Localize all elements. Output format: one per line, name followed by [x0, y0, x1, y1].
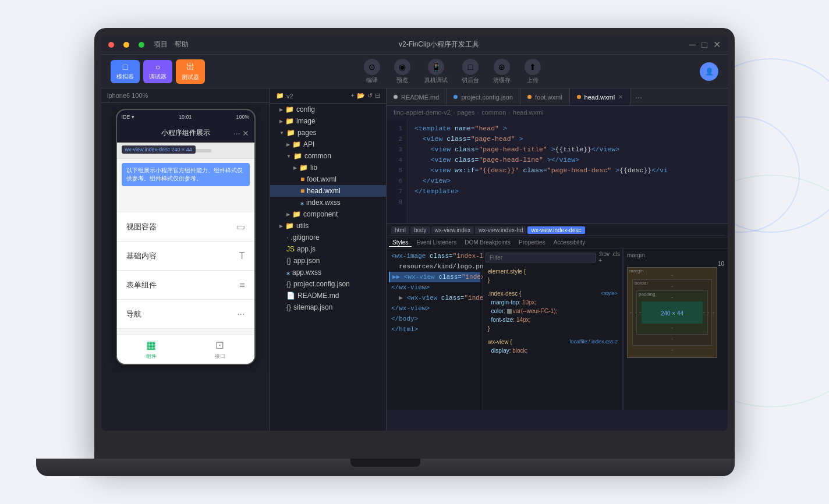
tab-readme[interactable]: README.md — [387, 88, 447, 105]
style-tab-properties[interactable]: Properties — [515, 239, 549, 247]
phone-menu-view-container[interactable]: 视图容器 ▭ — [117, 212, 254, 242]
tree-head-wxml[interactable]: ■ head.wxml — [270, 185, 386, 197]
styles-panel: :hov .cls + element.style { } — [483, 249, 623, 410]
code-line-8 — [414, 197, 721, 207]
tester-icon: 出 — [186, 62, 194, 72]
phone-menu-dots[interactable]: ··· ✕ — [233, 129, 250, 138]
breadcrumb-part-4: head.wxml — [513, 109, 544, 116]
tree-lib[interactable]: ▶ 📁 lib — [270, 162, 386, 173]
background-tool[interactable]: □ 切后台 — [462, 59, 479, 84]
html-tree: <wx-image class="index-logo" src="../res… — [389, 251, 480, 335]
debugger-icon: ○ — [155, 62, 160, 72]
tree-api[interactable]: ▶ 📁 API — [270, 139, 386, 150]
code-content[interactable]: <template name="head" > <view class="pag… — [408, 119, 728, 223]
tree-app-json[interactable]: {} app.json — [270, 255, 386, 267]
elem-tab-body[interactable]: body — [410, 226, 430, 234]
collapse-icon[interactable]: ⊟ — [375, 92, 380, 100]
phone-menu-nav[interactable]: 导航 ··· — [117, 300, 254, 329]
tester-button[interactable]: 出 测试器 — [176, 59, 205, 84]
preview-tool[interactable]: ◉ 预览 — [394, 59, 410, 84]
tree-config[interactable]: ▶ 📁 config — [270, 104, 386, 115]
style-tab-accessibility[interactable]: Accessibility — [550, 239, 589, 247]
tree-utils[interactable]: ▶ 📁 utils — [270, 220, 386, 232]
elem-tab-wx-view-index-desc[interactable]: wx-view.index-desc — [527, 226, 584, 234]
border-label: border — [635, 281, 648, 286]
phone-menu-form[interactable]: 表单组件 ≡ — [117, 271, 254, 300]
elem-tab-wx-view-index-hd[interactable]: wx-view.index-hd — [475, 226, 526, 234]
new-file-icon[interactable]: + — [351, 92, 355, 100]
breadcrumb-part-2: pages — [458, 109, 475, 116]
tree-foot-wxml[interactable]: ■ foot.wxml — [270, 173, 386, 185]
tree-index-wxss[interactable]: ⁎ index.wxss — [270, 197, 386, 208]
line-num-8: 8 — [387, 197, 407, 207]
device-label: iphone6 100% — [107, 92, 148, 99]
style-tab-event-listeners[interactable]: Event Listeners — [413, 239, 460, 247]
close-icon[interactable]: ✕ — [713, 39, 721, 50]
project-config-dot — [454, 95, 458, 99]
editor-area: README.md project.config.json foot.wxml — [387, 88, 728, 431]
html-line-desc-highlighted[interactable]: ▶▶ <wx-view class="index-desc" > 以下展示小程序… — [389, 272, 480, 282]
tree-common[interactable]: ▼ 📁 common — [270, 150, 386, 162]
foot-wxml-dot — [527, 95, 532, 99]
user-avatar[interactable]: 👤 — [700, 62, 718, 81]
tab-project-config[interactable]: project.config.json — [447, 88, 520, 105]
refresh-icon[interactable]: ↺ — [367, 92, 373, 100]
clear-cache-tool[interactable]: ⊕ 清缓存 — [493, 59, 511, 84]
breadcrumb-sep-3: › — [508, 109, 511, 116]
phone-tab-api[interactable]: ⊡ 接口 — [186, 335, 254, 364]
upload-label: 上传 — [527, 76, 539, 84]
style-filter-input[interactable] — [486, 253, 596, 262]
phone-tab-component[interactable]: ▦ 组件 — [117, 335, 186, 364]
maximize-button[interactable] — [139, 42, 144, 48]
code-editor[interactable]: 1 2 3 4 5 6 7 8 <template na — [387, 119, 728, 223]
simulator-panel: iphone6 100% IDE ▾ 10:01 100% 小程序组件展示 ·· — [101, 88, 270, 431]
simulator-button[interactable]: □ 模拟器 — [111, 60, 140, 83]
file-tree-root-label: v2 — [286, 93, 293, 100]
elem-tab-wx-view-index[interactable]: wx-view.index — [431, 226, 474, 234]
tree-component[interactable]: ▶ 📁 component — [270, 208, 386, 220]
tree-sitemap[interactable]: {} sitemap.json — [270, 301, 386, 313]
tree-project-config[interactable]: {} project.config.json — [270, 278, 386, 290]
css-link-wx-view[interactable]: localfile:/.index.css:2 — [569, 338, 618, 346]
tree-app-wxss[interactable]: ⁎ app.wxss — [270, 267, 386, 278]
menu-item-help[interactable]: 帮助 — [175, 40, 189, 49]
menu-item-project[interactable]: 项目 — [154, 40, 168, 49]
border-box: border - - - padding - — [632, 279, 712, 346]
upload-tool[interactable]: ⬆ 上传 — [525, 59, 541, 84]
file-tree-actions: + 📂 ↺ ⊟ — [351, 92, 380, 100]
device-debug-tool[interactable]: 📱 真机调试 — [424, 59, 448, 84]
toolbar-tools: ⊙ 编译 ◉ 预览 📱 真机调试 □ 切后台 — [210, 59, 695, 84]
tree-app-js[interactable]: JS app.js — [270, 243, 386, 255]
phone-time: 10:01 — [179, 114, 192, 120]
content-dimensions: 240 × 44 — [661, 310, 683, 317]
maximize-icon[interactable]: □ — [702, 40, 707, 50]
line-numbers: 1 2 3 4 5 6 7 8 — [387, 119, 408, 223]
phone-content: wx-view.index-desc 240 × 44 以下组展示小程序官方组件… — [117, 143, 254, 335]
tab-close-icon[interactable]: ✕ — [618, 94, 623, 100]
tree-readme[interactable]: 📄 README.md — [270, 290, 386, 301]
tree-pages[interactable]: ▼ 📁 pages — [270, 127, 386, 139]
tab-foot-wxml[interactable]: foot.wxml — [520, 88, 569, 105]
tree-image[interactable]: ▶ 📁 image — [270, 115, 386, 127]
tree-gitignore[interactable]: · .gitignore — [270, 232, 386, 243]
tester-label: 测试器 — [182, 73, 199, 81]
margin-box: margin - - - border - - — [627, 267, 717, 358]
preview-label: 预览 — [396, 76, 408, 84]
style-tab-dom-breakpoints[interactable]: DOM Breakpoints — [461, 239, 514, 247]
style-tab-styles[interactable]: Styles — [389, 239, 412, 247]
phone-menu-basic-content[interactable]: 基础内容 T — [117, 242, 254, 271]
debugger-button[interactable]: ○ 调试器 — [143, 60, 172, 83]
new-folder-icon[interactable]: 📂 — [357, 92, 365, 100]
background-label: 切后台 — [462, 76, 479, 84]
tab-head-wxml[interactable]: head.wxml ✕ — [570, 88, 631, 105]
elem-tab-html[interactable]: html — [391, 226, 409, 234]
devtools-html-tree-area: <wx-image class="index-logo" src="../res… — [387, 249, 623, 410]
close-button[interactable] — [108, 42, 114, 48]
compile-tool[interactable]: ⊙ 编译 — [364, 59, 380, 84]
margin-left-val: - — [630, 310, 632, 315]
tab-more-button[interactable]: ··· — [630, 93, 647, 102]
code-line-5: <view wx:if="{{desc}}" class="page-head-… — [414, 165, 721, 176]
toolbar: □ 模拟器 ○ 调试器 出 测试器 ⊙ 编译 — [101, 55, 728, 88]
minimize-icon[interactable]: ─ — [689, 40, 696, 50]
minimize-button[interactable] — [123, 42, 129, 48]
